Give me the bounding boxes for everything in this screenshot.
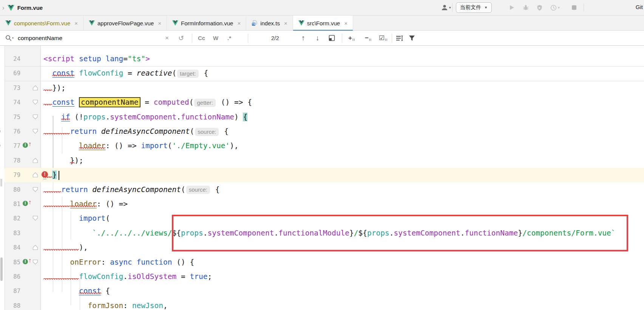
tab-close-icon[interactable]: × [74, 20, 78, 26]
tab-components-form.vue[interactable]: components\Form.vue× [0, 16, 83, 31]
open-in-find-window-icon[interactable] [329, 31, 335, 45]
green-circle-icon: I [23, 143, 28, 148]
tab-close-icon[interactable]: × [284, 20, 287, 26]
token-fld: formJson [88, 301, 123, 310]
tab-close-icon[interactable]: × [158, 20, 161, 26]
line-number[interactable]: 81 [5, 197, 20, 211]
code-line-24[interactable]: 24<script setup lang="ts"> [0, 52, 644, 66]
matched-brace: } [52, 170, 57, 179]
code-line-73[interactable]: 73 }); [0, 81, 644, 95]
token-id: flowConfig [79, 69, 123, 78]
search-icon[interactable]: ▾ [5, 31, 14, 45]
line-number[interactable]: 85 [5, 255, 20, 270]
select-all-occurrences-icon[interactable]: ☑II [379, 31, 387, 45]
debug-bug-icon[interactable] [522, 3, 529, 12]
fold-region-end-icon[interactable] [32, 172, 38, 178]
token-str: `./../../../views/ [92, 229, 172, 237]
line-number[interactable]: 75 [5, 110, 20, 124]
fold-region-start-icon[interactable] [32, 129, 38, 134]
code-line-84[interactable]: 84 ), [0, 240, 644, 255]
code-line-88[interactable]: 88 formJson: newJson, [0, 299, 644, 310]
run-icon[interactable] [509, 3, 515, 12]
tab-label: FormInformation.vue [181, 20, 233, 26]
match-case-toggle[interactable]: Cc [198, 31, 205, 45]
search-input[interactable]: componentName [18, 31, 62, 45]
line-number[interactable]: 69 [5, 66, 20, 81]
fold-region-end-icon[interactable] [32, 85, 38, 91]
gutter-implementation-icon[interactable]: I↑ [23, 200, 34, 209]
line-number[interactable]: 79 [5, 168, 20, 182]
fold-region-end-icon[interactable] [32, 158, 38, 163]
next-occurrence-icon[interactable]: ↓ [316, 31, 320, 45]
fold-region-start-icon[interactable] [32, 187, 38, 192]
token-pln: { [211, 185, 219, 194]
code-line-80[interactable]: 80 return defineAsyncComponent(source: { [0, 183, 644, 197]
code-line-86[interactable]: 86 flowConfig.isOldSystem = true; [0, 270, 644, 284]
code-editor[interactable]: 65 24<script setup lang="ts">69 const fl… [0, 46, 644, 310]
code-line-69[interactable]: 69 const flowConfig = reactive(target: { [0, 66, 644, 81]
token-pln: ( [172, 69, 177, 78]
fold-region-start-icon[interactable] [32, 259, 38, 265]
run-configuration-selector[interactable]: 当前文件 ▼ [456, 2, 492, 13]
line-number[interactable]: 88 [5, 299, 20, 310]
line-number[interactable]: 82 [5, 211, 20, 226]
code-line-82[interactable]: 82 import( [0, 211, 644, 226]
stop-icon[interactable] [571, 3, 577, 12]
fold-region-start-icon[interactable] [32, 114, 38, 120]
code-line-81[interactable]: 81I↑ loader: () => [0, 197, 644, 211]
line-number[interactable]: 87 [5, 284, 20, 298]
previous-occurrence-icon[interactable]: ↑ [301, 31, 305, 45]
in-selection-icon[interactable] [396, 31, 403, 45]
token-pln [101, 54, 106, 63]
token-prop: functionName [465, 229, 518, 237]
code-line-87[interactable]: 87 const { [0, 284, 644, 298]
vue-file-icon [89, 20, 95, 26]
remove-occurrence-icon[interactable]: −II [365, 31, 371, 45]
code-line-79[interactable]: 79! } [0, 168, 644, 182]
line-number[interactable]: 86 [5, 270, 20, 284]
line-number[interactable]: 80 [5, 183, 20, 197]
line-number[interactable]: 84 [5, 240, 20, 255]
code-line-77[interactable]: 77I↑ loader: () => import('./Empty.vue')… [0, 139, 644, 153]
coverage-icon[interactable] [536, 3, 543, 12]
tab-close-icon[interactable]: × [344, 20, 347, 26]
code-line-74[interactable]: 74 const componentName = computed(getter… [0, 95, 644, 110]
code-line-83[interactable]: 83 `./../../../views/${props.systemCompo… [0, 226, 644, 240]
token-pln: ; [207, 272, 212, 281]
regex-toggle[interactable]: .* [227, 31, 231, 45]
tab-close-icon[interactable]: × [237, 20, 241, 26]
clear-search-icon[interactable]: × [165, 31, 169, 45]
line-number[interactable]: 73 [5, 81, 20, 95]
tab-index.ts[interactable]: TSindex.ts× [246, 16, 293, 31]
words-toggle[interactable]: W [213, 31, 218, 45]
tab-forminformation.vue[interactable]: FormInformation.vue× [167, 16, 246, 31]
profiler-clock-icon[interactable]: ▾ [550, 3, 560, 12]
gutter-implementation-icon[interactable]: I↑ [23, 141, 34, 150]
tab-src-form.vue[interactable]: src\Form.vue× [293, 16, 353, 31]
code-line-76[interactable]: 76 return defineAsyncComponent(source: { [0, 124, 644, 139]
token-pln: }); [52, 84, 65, 92]
fold-region-start-icon[interactable] [32, 99, 38, 105]
code-line-78[interactable]: 78 }); [0, 153, 644, 168]
tab-approveflowpage.vue[interactable]: approveFlowPage.vue× [83, 16, 167, 31]
line-number[interactable]: 83 [5, 226, 20, 240]
new-line-icon[interactable]: ↺ [178, 31, 184, 45]
code-line-85[interactable]: 85I↑ onError: async function () { [0, 255, 644, 270]
fold-region-end-icon[interactable] [32, 245, 38, 250]
fold-region-start-icon[interactable] [32, 215, 38, 221]
token-pln: ); [74, 156, 83, 165]
line-number[interactable]: 78 [5, 153, 20, 168]
filter-funnel-icon[interactable] [409, 31, 415, 45]
code-text: <script setup lang="ts"> [43, 52, 150, 66]
token-pln: . [460, 229, 465, 237]
line-number[interactable]: 24 [5, 52, 20, 66]
breadcrumb-chevron-icon[interactable]: › [2, 4, 5, 12]
code-line-75[interactable]: 75 if (!props.systemComponent.functionNa… [0, 110, 644, 124]
user-icon[interactable]: ▾ [441, 3, 451, 12]
line-number[interactable]: 76 [5, 124, 20, 139]
line-number[interactable]: 77 [5, 139, 20, 153]
tab-label: components\Form.vue [14, 20, 70, 26]
git-widget-label[interactable]: Git [636, 4, 643, 10]
add-occurrence-icon[interactable]: +II [348, 31, 355, 45]
line-number[interactable]: 74 [5, 95, 20, 110]
